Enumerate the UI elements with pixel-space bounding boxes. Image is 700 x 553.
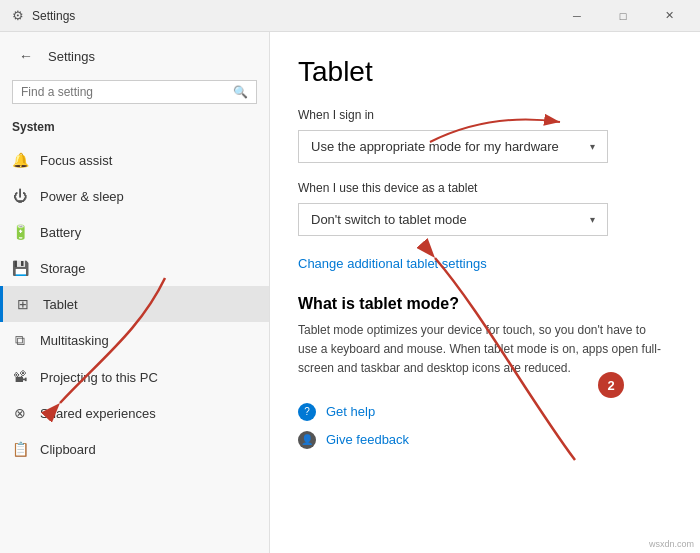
main-content: Tablet When I sign in Use the appropriat…: [270, 32, 700, 553]
search-icon: 🔍: [233, 85, 248, 99]
when-tablet-value: Don't switch to tablet mode: [311, 212, 467, 227]
title-bar-controls: ─ □ ✕: [554, 0, 692, 32]
when-sign-in-value: Use the appropriate mode for my hardware: [311, 139, 559, 154]
what-is-tablet-text: Tablet mode optimizes your device for to…: [298, 321, 668, 379]
clipboard-icon: 📋: [12, 441, 28, 457]
tablet-icon: ⊞: [15, 296, 31, 312]
sidebar-item-shared-experiences[interactable]: ⊗ Shared experiences: [0, 395, 269, 431]
sidebar-item-label: Multitasking: [40, 333, 109, 348]
when-sign-in-dropdown[interactable]: Use the appropriate mode for my hardware…: [298, 130, 608, 163]
back-button[interactable]: ←: [12, 42, 40, 70]
sidebar-item-tablet[interactable]: ⊞ Tablet: [0, 286, 269, 322]
focus-assist-icon: 🔔: [12, 152, 28, 168]
when-tablet-label: When I use this device as a tablet: [298, 181, 672, 195]
title-bar-title: Settings: [32, 9, 75, 23]
what-is-tablet-title: What is tablet mode?: [298, 295, 672, 313]
sidebar-item-focus-assist[interactable]: 🔔 Focus assist: [0, 142, 269, 178]
sidebar-item-label: Focus assist: [40, 153, 112, 168]
search-input[interactable]: [21, 85, 227, 99]
battery-icon: 🔋: [12, 224, 28, 240]
when-sign-in-label: When I sign in: [298, 108, 672, 122]
title-bar: ⚙ Settings ─ □ ✕: [0, 0, 700, 32]
when-sign-in-arrow: ▾: [590, 141, 595, 152]
system-label: System: [0, 116, 269, 142]
shared-experiences-icon: ⊗: [12, 405, 28, 421]
sidebar-item-label: Power & sleep: [40, 189, 124, 204]
get-help-icon: ?: [298, 403, 316, 421]
app-body: ← Settings 🔍 System 🔔 Focus assist ⏻ Pow…: [0, 32, 700, 553]
sidebar-settings-title: Settings: [48, 49, 95, 64]
when-tablet-arrow: ▾: [590, 214, 595, 225]
title-bar-left: ⚙ Settings: [12, 8, 75, 23]
sidebar: ← Settings 🔍 System 🔔 Focus assist ⏻ Pow…: [0, 32, 270, 553]
change-settings-link[interactable]: Change additional tablet settings: [298, 256, 487, 271]
sidebar-item-label: Storage: [40, 261, 86, 276]
sidebar-item-label: Projecting to this PC: [40, 370, 158, 385]
sidebar-item-power-sleep[interactable]: ⏻ Power & sleep: [0, 178, 269, 214]
settings-icon: ⚙: [12, 8, 24, 23]
minimize-button[interactable]: ─: [554, 0, 600, 32]
give-feedback-link[interactable]: 👤 Give feedback: [298, 431, 672, 449]
maximize-button[interactable]: □: [600, 0, 646, 32]
page-title: Tablet: [298, 56, 672, 88]
sidebar-item-battery[interactable]: 🔋 Battery: [0, 214, 269, 250]
sidebar-item-multitasking[interactable]: ⧉ Multitasking: [0, 322, 269, 359]
sidebar-item-storage[interactable]: 💾 Storage: [0, 250, 269, 286]
when-tablet-dropdown[interactable]: Don't switch to tablet mode ▾: [298, 203, 608, 236]
help-links: ? Get help 👤 Give feedback: [298, 403, 672, 449]
projecting-icon: 📽: [12, 369, 28, 385]
power-sleep-icon: ⏻: [12, 188, 28, 204]
close-button[interactable]: ✕: [646, 0, 692, 32]
sidebar-item-label: Tablet: [43, 297, 78, 312]
multitasking-icon: ⧉: [12, 332, 28, 349]
give-feedback-label: Give feedback: [326, 432, 409, 447]
sidebar-nav-top: ← Settings: [0, 32, 269, 80]
get-help-label: Get help: [326, 404, 375, 419]
storage-icon: 💾: [12, 260, 28, 276]
sidebar-item-label: Shared experiences: [40, 406, 156, 421]
sidebar-item-clipboard[interactable]: 📋 Clipboard: [0, 431, 269, 467]
sidebar-item-label: Clipboard: [40, 442, 96, 457]
watermark: wsxdn.com: [649, 539, 694, 549]
sidebar-item-projecting[interactable]: 📽 Projecting to this PC: [0, 359, 269, 395]
give-feedback-icon: 👤: [298, 431, 316, 449]
sidebar-item-label: Battery: [40, 225, 81, 240]
search-box[interactable]: 🔍: [12, 80, 257, 104]
get-help-link[interactable]: ? Get help: [298, 403, 672, 421]
